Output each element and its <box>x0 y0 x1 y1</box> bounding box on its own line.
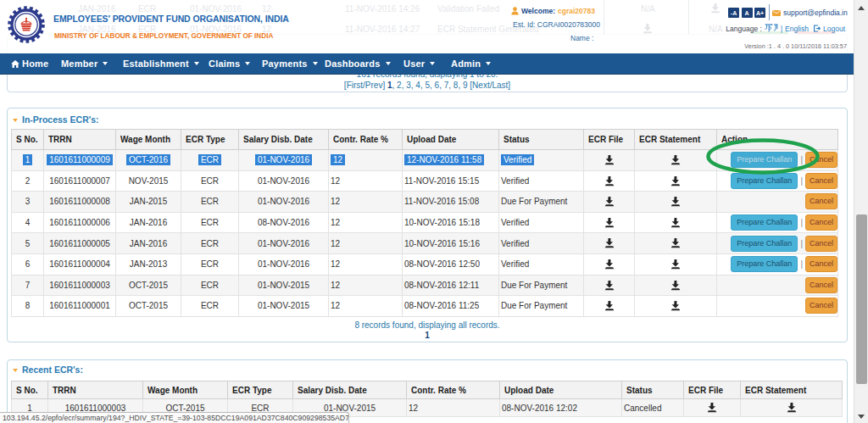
scroll-up-arrow[interactable] <box>854 1 868 14</box>
chevron-down-icon <box>313 62 318 65</box>
nav-item-label: Establishment <box>123 58 189 69</box>
support-email-line[interactable]: support@epfindia.in <box>772 8 848 17</box>
page-link[interactable]: 3 <box>406 81 411 90</box>
first-prev-link[interactable]: [First/Prev] <box>344 81 385 90</box>
page-link[interactable]: 9 <box>463 81 468 90</box>
cell-ecr-file[interactable] <box>584 212 635 233</box>
nav-item-member[interactable]: Member <box>61 53 108 74</box>
cell-ecr-file[interactable] <box>584 192 635 213</box>
download-icon[interactable] <box>604 301 615 311</box>
cell-status: Verified <box>499 150 584 171</box>
prepare-challan-button[interactable]: Prepare Challan <box>731 236 798 252</box>
cell-ecr-statement[interactable] <box>635 170 717 192</box>
cancel-button[interactable]: Cancel <box>805 152 837 168</box>
download-icon[interactable] <box>604 197 615 207</box>
download-icon[interactable] <box>707 403 717 413</box>
cancel-button[interactable]: Cancel <box>805 193 837 209</box>
scroll-down-arrow[interactable] <box>854 409 868 423</box>
vertical-scrollbar[interactable] <box>854 0 868 423</box>
page-link[interactable]: 7 <box>444 81 449 90</box>
cell-ecr-file[interactable] <box>684 399 741 417</box>
cell-ecr-statement[interactable] <box>635 253 717 275</box>
english-link[interactable]: English <box>785 25 809 33</box>
nav-item-home[interactable]: Home <box>11 53 48 74</box>
cell-ecr-statement[interactable] <box>635 296 717 317</box>
action-separator: | <box>800 155 803 164</box>
nav-item-label: Payments <box>262 58 308 69</box>
cancel-button[interactable]: Cancel <box>805 214 837 231</box>
download-icon[interactable] <box>670 197 681 207</box>
cancel-button[interactable]: Cancel <box>805 277 837 293</box>
cell-ecr-statement[interactable] <box>741 399 843 417</box>
scrollbar-thumb[interactable] <box>856 214 867 384</box>
page-link[interactable]: 2 <box>397 81 402 90</box>
collapse-arrow-icon[interactable] <box>13 369 18 372</box>
cell-ecr-statement[interactable] <box>635 192 717 213</box>
cell-upload-date: 12-NOV-2016 11:58 <box>403 150 499 171</box>
column-header: S No. <box>12 130 44 150</box>
epfo-logo <box>6 3 47 47</box>
cell-ecr-file[interactable] <box>584 296 635 317</box>
cell-upload-date: 08-NOV-2016 12:11 <box>403 275 499 296</box>
page-link[interactable]: 8 <box>453 81 459 90</box>
envelope-icon <box>772 10 781 16</box>
logout-icon <box>813 25 821 32</box>
download-icon[interactable] <box>670 259 681 270</box>
cancel-button[interactable]: Cancel <box>805 236 837 252</box>
cell-action: Cancel <box>717 296 838 317</box>
collapse-arrow-icon[interactable] <box>13 119 18 122</box>
download-icon[interactable] <box>670 281 681 291</box>
page-link[interactable]: 4 <box>415 81 420 90</box>
download-icon[interactable] <box>670 238 681 248</box>
cell-ecr-statement[interactable] <box>635 233 717 254</box>
cell-ecr-file[interactable] <box>584 233 635 254</box>
cell-ecr-file[interactable] <box>584 150 635 171</box>
cell-ecr-file[interactable] <box>584 170 635 192</box>
cell-ecr-statement[interactable] <box>635 275 717 296</box>
next-last-link[interactable]: [Next/Last] <box>470 81 510 90</box>
nav-item-claims[interactable]: Claims <box>209 53 250 74</box>
in-process-page-number[interactable]: 1 <box>8 331 847 340</box>
download-icon[interactable] <box>787 403 797 413</box>
prepare-challan-button[interactable]: Prepare Challan <box>731 256 798 272</box>
cell-action: Cancel <box>717 192 838 213</box>
download-icon[interactable] <box>604 238 615 248</box>
logout-link[interactable]: Logout <box>823 25 845 33</box>
nav-item-establishment[interactable]: Establishment <box>123 53 199 74</box>
page-link[interactable]: 6 <box>435 81 440 90</box>
download-icon[interactable] <box>604 176 615 186</box>
prepare-challan-button[interactable]: Prepare Challan <box>731 173 798 189</box>
cell-ecr-statement[interactable] <box>635 150 717 171</box>
language-sep: | <box>781 25 782 33</box>
font-size-button-aplus[interactable]: A+ <box>754 8 765 18</box>
nav-item-payments[interactable]: Payments <box>262 53 318 74</box>
cancel-button[interactable]: Cancel <box>805 256 837 272</box>
prepare-challan-button[interactable]: Prepare Challan <box>731 214 798 231</box>
download-icon[interactable] <box>604 155 615 165</box>
download-icon[interactable] <box>604 281 615 291</box>
cell-upload-date: 08-NOV-2016 12:02 <box>500 399 622 417</box>
download-icon[interactable] <box>604 259 615 270</box>
download-icon[interactable] <box>670 301 681 311</box>
nav-item-dashboards[interactable]: Dashboards <box>325 53 391 74</box>
cancel-button[interactable]: Cancel <box>805 173 837 189</box>
support-email: support@epfindia.in <box>783 8 848 17</box>
cell-ecr-file[interactable] <box>584 253 635 275</box>
prepare-challan-button[interactable]: Prepare Challan <box>731 152 798 168</box>
download-icon[interactable] <box>604 218 615 228</box>
nav-item-admin[interactable]: Admin <box>451 53 491 74</box>
nav-item-user[interactable]: User <box>403 53 435 74</box>
cancel-button[interactable]: Cancel <box>805 298 837 314</box>
cell-status: Verified <box>499 253 584 275</box>
download-icon[interactable] <box>670 218 681 228</box>
font-size-button-minusa[interactable]: -A <box>728 8 739 18</box>
download-icon[interactable] <box>670 176 681 186</box>
hindi-link[interactable] <box>765 24 778 33</box>
cell-ecr-statement[interactable] <box>635 212 717 233</box>
page-link[interactable]: 5 <box>425 81 430 90</box>
cell-ecr-file[interactable] <box>584 275 635 296</box>
cell-ecr-type: ECR <box>181 275 239 296</box>
font-size-button-a[interactable]: A <box>742 8 753 18</box>
recent-title-text: Recent ECR's: <box>22 365 83 375</box>
download-icon[interactable] <box>670 155 681 165</box>
